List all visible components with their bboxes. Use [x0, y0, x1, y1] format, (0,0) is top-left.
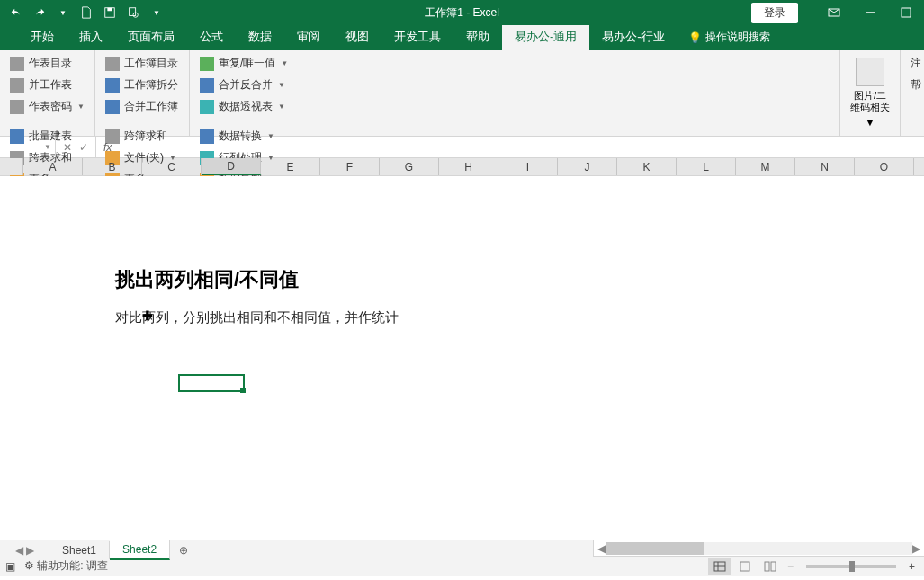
btn-help-edge[interactable]: 帮: [908, 76, 924, 94]
minimize-button[interactable]: [852, 0, 888, 25]
chevron-down-icon: ▼: [44, 143, 51, 151]
tab-formulas[interactable]: 公式: [187, 23, 236, 50]
redo-button[interactable]: [29, 2, 50, 23]
btn-cell-0-1[interactable]: 合并反合并▼: [197, 76, 832, 94]
image-icon: [856, 58, 884, 86]
zoom-slider[interactable]: [806, 565, 896, 568]
add-sheet-button[interactable]: ⊕: [170, 544, 197, 557]
qat-dropdown[interactable]: ▼: [52, 2, 74, 23]
cancel-icon[interactable]: ✕: [63, 141, 72, 154]
scroll-right-icon[interactable]: ▶: [912, 542, 920, 555]
sheet-tab-1[interactable]: Sheet1: [49, 541, 110, 559]
svg-rect-11: [765, 562, 769, 571]
content-title: 挑出两列相同/不同值: [115, 266, 299, 293]
new-file-icon[interactable]: [76, 2, 97, 23]
tab-review[interactable]: 审阅: [284, 23, 333, 50]
column-header-C[interactable]: C: [142, 158, 202, 175]
maximize-button[interactable]: [888, 0, 924, 25]
title-bar: ▼ ▼ 工作簿1 - Excel 登录: [0, 0, 924, 25]
column-header-B[interactable]: B: [83, 158, 142, 175]
zoom-slider-thumb[interactable]: [849, 561, 855, 572]
save-icon[interactable]: [99, 2, 121, 23]
column-header-O[interactable]: O: [855, 158, 914, 175]
scrollbar-track[interactable]: [606, 542, 912, 555]
tab-home[interactable]: 开始: [18, 23, 67, 50]
column-header-I[interactable]: I: [498, 158, 558, 175]
tab-yibangong-general[interactable]: 易办公-通用: [502, 23, 589, 50]
column-header-F[interactable]: F: [320, 158, 380, 175]
scrollbar-thumb[interactable]: [606, 542, 704, 555]
login-button[interactable]: 登录: [751, 3, 798, 23]
cell-tool-icon: [200, 57, 214, 71]
column-header-H[interactable]: H: [439, 158, 498, 175]
column-header-D[interactable]: D: [202, 158, 261, 175]
view-pagelayout-button[interactable]: [733, 558, 757, 575]
column-header-G[interactable]: G: [380, 158, 439, 175]
merge-icon: [105, 100, 120, 114]
ribbon-group-cells: 重复/唯一值▼合并反合并▼数据透视表▼数据转换▼行列处理▼数据复制▼取/去字符▼…: [190, 50, 840, 136]
btn-cell-0-0[interactable]: 重复/唯一值▼: [197, 54, 832, 73]
scroll-left-icon[interactable]: ◀: [597, 542, 606, 555]
ribbon-group-worksheet: 作表目录 并工作表 作表密码▼ 批量建表 跨表求和 更多▼ 工作表相关: [0, 50, 95, 136]
horizontal-scrollbar[interactable]: ◀ ▶: [593, 540, 924, 556]
name-box[interactable]: ▼: [0, 137, 56, 157]
qat-more-dropdown[interactable]: ▼: [146, 2, 167, 23]
btn-cell-1-0[interactable]: 数据转换▼: [197, 127, 832, 146]
btn-merge-sheets[interactable]: 并工作表: [7, 76, 87, 94]
btn-merge-workbook[interactable]: 合并工作簿: [103, 97, 182, 116]
tab-yibangong-industry[interactable]: 易办公-行业: [589, 23, 677, 50]
sheet-nav[interactable]: ◀ ▶: [0, 544, 49, 557]
undo-button[interactable]: [5, 2, 27, 23]
fx-icon[interactable]: fx: [96, 141, 119, 154]
tab-view[interactable]: 视图: [333, 23, 381, 50]
tab-pagelayout[interactable]: 页面布局: [115, 23, 187, 50]
cell-tool-icon: [200, 78, 214, 93]
chevron-down-icon: ▼: [866, 117, 875, 129]
accessibility-status[interactable]: ⚙ 辅助功能: 调查: [24, 558, 108, 574]
zoom-out-button[interactable]: −: [784, 560, 797, 573]
btn-note[interactable]: 注: [908, 54, 924, 73]
merge-icon: [10, 78, 24, 93]
view-normal-button[interactable]: [708, 558, 731, 575]
svg-rect-2: [130, 8, 136, 16]
sheet-tab-2[interactable]: Sheet2: [110, 540, 170, 560]
chevron-down-icon: ▼: [278, 103, 285, 111]
svg-rect-7: [714, 562, 725, 571]
btn-workbook-split[interactable]: 工作簿拆分: [103, 76, 182, 94]
column-header-L[interactable]: L: [677, 158, 736, 175]
ribbon-options-button[interactable]: [816, 0, 852, 25]
svg-rect-1: [107, 8, 112, 12]
active-cell[interactable]: [178, 374, 245, 392]
enter-icon[interactable]: ✓: [79, 141, 88, 154]
list-icon: [10, 57, 24, 71]
column-header-N[interactable]: N: [795, 158, 855, 175]
btn-workbook-toc[interactable]: 工作簿目录: [103, 54, 182, 73]
view-pagebreak-button[interactable]: [758, 558, 782, 575]
column-header-K[interactable]: K: [617, 158, 677, 175]
btn-sheet-password[interactable]: 作表密码▼: [7, 97, 87, 116]
tab-data[interactable]: 数据: [236, 23, 284, 50]
column-header-E[interactable]: E: [261, 158, 320, 175]
tab-help[interactable]: 帮助: [453, 23, 502, 50]
svg-rect-10: [740, 562, 749, 571]
btn-image-qr[interactable]: 图片/二维码相关 ▼: [848, 54, 893, 133]
tab-developer[interactable]: 开发工具: [381, 23, 453, 50]
ribbon-tabs: 开始 插入 页面布局 公式 数据 审阅 视图 开发工具 帮助 易办公-通用 易办…: [0, 25, 924, 50]
column-header-M[interactable]: M: [736, 158, 795, 175]
tab-insert[interactable]: 插入: [67, 23, 115, 50]
btn-cell-0-2[interactable]: 数据透视表▼: [197, 97, 832, 116]
content-body: 对比两列，分别挑出相同和不相同值，并作统计: [115, 309, 399, 326]
column-header-A[interactable]: A: [23, 158, 83, 175]
zoom-in-button[interactable]: +: [905, 560, 919, 573]
print-preview-icon[interactable]: [122, 2, 144, 23]
ribbon-group-workbook: 工作簿目录 工作簿拆分 合并工作簿 跨簿求和 文件(夹)▼ 更多▼ 工作簿及文件…: [95, 50, 190, 136]
tell-me-search[interactable]: 💡 操作说明搜索: [677, 24, 781, 50]
btn-sheet-toc[interactable]: 作表目录: [7, 54, 87, 73]
record-macro-icon[interactable]: ▣: [5, 560, 15, 573]
lightbulb-icon: 💡: [688, 31, 702, 44]
spreadsheet-grid[interactable]: 挑出两列相同/不同值 对比两列，分别挑出相同和不相同值，并作统计 ✚: [0, 176, 924, 540]
column-header-J[interactable]: J: [558, 158, 617, 175]
ribbon-group-image: 图片/二维码相关 ▼: [840, 50, 901, 136]
chevron-down-icon: ▼: [278, 81, 285, 89]
select-all-corner[interactable]: [0, 158, 23, 175]
